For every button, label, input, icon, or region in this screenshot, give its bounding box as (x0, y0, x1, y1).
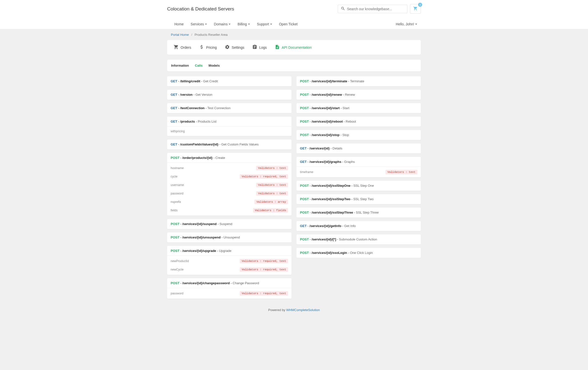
api-endpoint-header[interactable]: POST - /services/{id}/unsuspend - Unsusp… (167, 232, 292, 242)
api-params: timeframeValidators : text (296, 167, 421, 177)
api-endpoint-header[interactable]: POST - /services/{id}/ssoLogin - One Cli… (296, 248, 421, 258)
api-endpoint: POST - /services/{id}/ssoLogin - One Cli… (296, 248, 421, 258)
api-endpoint: GET - /services/{id}/getInfo - Get Info (296, 221, 421, 231)
api-method: POST (171, 222, 179, 226)
api-column-left: GET - /billing/credit - Get CreditGET - … (167, 76, 292, 299)
api-description: Get Version (196, 93, 212, 96)
api-method: GET (300, 146, 307, 150)
validator-chip: Validators : required, text (240, 291, 288, 296)
subtab-calls[interactable]: Calls (195, 64, 203, 67)
tab-pricing[interactable]: Pricing (195, 43, 221, 52)
api-method: POST (300, 237, 309, 241)
search-input[interactable] (338, 5, 407, 13)
api-endpoint: POST - /order/products/{id} - Createhost… (167, 153, 292, 216)
api-endpoint-header[interactable]: POST - /order/products/{id} - Create (167, 153, 292, 163)
api-path: /services/{id}/terminate (312, 79, 347, 83)
tab-logs[interactable]: Logs (248, 43, 271, 52)
validator-chip: Validators : array (254, 200, 288, 204)
api-endpoint-header[interactable]: POST - /services/{id}/sslStepTwo - SSL S… (296, 194, 421, 204)
breadcrumb-bar: Portal Home / Products Reseller Area (0, 29, 588, 40)
tabs-bar: OrdersPricingSettingsLogsAPI Documentati… (167, 40, 421, 55)
api-endpoint-header[interactable]: POST - /services/{id}/suspend - Suspend (167, 219, 292, 229)
api-param-row: withpricing (167, 128, 292, 135)
api-method: POST (300, 251, 309, 255)
api-method: POST (171, 281, 179, 285)
tab-orders[interactable]: Orders (170, 43, 195, 52)
tab-label: API Documentation (282, 46, 312, 49)
subtab-information[interactable]: Information (171, 64, 189, 67)
api-endpoint-header[interactable]: POST - /services/{id}/sslStepThree - SSL… (296, 208, 421, 218)
greeting-text: Hello, John! (396, 22, 414, 26)
nav-item-services[interactable]: Services (187, 19, 210, 29)
api-description: Submodule Custom Action (339, 237, 377, 241)
param-name: password (171, 192, 183, 195)
breadcrumb-current: Products Reseller Area (195, 33, 228, 37)
main-nav: HomeServicesDomainsBillingSupportOpen Ti… (0, 19, 588, 29)
api-path: /services/{id}/sslStepOne (312, 184, 350, 187)
nav-item-billing[interactable]: Billing (234, 19, 253, 29)
doc-icon (275, 45, 280, 50)
api-endpoint-header[interactable]: GET - /services/{id}/getInfo - Get Info (296, 221, 421, 231)
api-description: SSL Step One (353, 184, 374, 187)
api-endpoint: POST - /services/{id}/renew - Renew (296, 90, 421, 100)
api-endpoint-header[interactable]: POST - /services/{id}/upgrade - Upgrade (167, 246, 292, 256)
api-endpoint: POST - /services/{id}/sslStepThree - SSL… (296, 208, 421, 218)
subtab-models[interactable]: Models (209, 64, 220, 67)
api-endpoint-header[interactable]: POST - /services/{id}/sslStepOne - SSL S… (296, 181, 421, 191)
nav-item-support[interactable]: Support (253, 19, 276, 29)
footer-link[interactable]: WHMCompleteSolution (286, 308, 320, 312)
sub-tabs: InformationCallsModels (167, 60, 421, 71)
nav-item-domains[interactable]: Domains (210, 19, 234, 29)
api-endpoint-header[interactable]: GET - /billing/credit - Get Credit (167, 76, 292, 86)
api-description: Get Credit (203, 79, 218, 83)
api-endpoint-header[interactable]: POST - /services/{id}/reboot - Reboot (296, 117, 421, 127)
api-endpoint: GET - /billing/credit - Get Credit (167, 76, 292, 86)
user-greeting[interactable]: Hello, John! (396, 19, 417, 29)
api-path: /services/{id}/sslStepThree (312, 211, 353, 214)
cart-button[interactable]: 0 (410, 4, 421, 14)
api-param-row: nsprefixValidators : array (167, 198, 292, 206)
api-endpoint-header[interactable]: POST - /services/{id}/terminate - Termin… (296, 76, 421, 86)
api-param-row: newCycleValidators : required, text (167, 265, 292, 274)
validator-chip: Validators : text (256, 183, 288, 187)
api-path: /services/{id} (309, 146, 330, 150)
tab-api-documentation[interactable]: API Documentation (271, 43, 316, 52)
api-endpoint-header[interactable]: GET - /testConnection - Test Connection (167, 103, 292, 113)
nav-label: Billing (238, 22, 247, 26)
api-endpoint: GET - /testConnection - Test Connection (167, 103, 292, 113)
api-endpoint-header[interactable]: POST - /services/{id}/stop - Stop (296, 130, 421, 140)
nav-item-home[interactable]: Home (171, 19, 187, 29)
api-endpoint-header[interactable]: GET - /customFieldsValues/{id} - Get Cus… (167, 139, 292, 149)
api-description: Renew (345, 93, 355, 96)
search-icon (341, 6, 345, 11)
param-name: fields (171, 209, 178, 212)
cart-icon (413, 8, 418, 11)
api-endpoint-header[interactable]: GET - /version - Get Version (167, 90, 292, 100)
tab-settings[interactable]: Settings (221, 43, 248, 52)
api-endpoint-header[interactable]: POST - /services/{id}/start - Start (296, 103, 421, 113)
api-param-row: newProductIdValidators : required, text (167, 257, 292, 265)
api-endpoint-header[interactable]: POST - /services/{id}/renew - Renew (296, 90, 421, 100)
api-method: POST (300, 79, 309, 83)
api-method: GET (171, 93, 177, 96)
api-description: Test Connection (207, 106, 231, 110)
breadcrumb-home[interactable]: Portal Home (171, 33, 189, 37)
api-description: Get Custom Fields Values (221, 142, 259, 146)
api-endpoint-header[interactable]: GET - /services/{id} - Details (296, 143, 421, 153)
api-method: POST (300, 184, 309, 187)
nav-item-open-ticket[interactable]: Open Ticket (276, 19, 301, 29)
api-method: POST (300, 197, 309, 201)
api-param-row: hostnameValidators : text (167, 164, 292, 172)
api-param-row: fieldsValidators : fields (167, 206, 292, 215)
dollar-icon (199, 45, 204, 50)
api-endpoint-header[interactable]: GET - /products - Products List (167, 117, 292, 127)
api-endpoint-header[interactable]: POST - /services/{id}/[*] - Submodule Cu… (296, 234, 421, 244)
api-endpoint-header[interactable]: GET - /services/{id}/graphs - Graphs (296, 157, 421, 167)
api-description: Start (343, 106, 349, 110)
api-method: POST (300, 120, 309, 123)
api-method: POST (171, 249, 179, 253)
api-endpoint-header[interactable]: POST - /services/{id}/changepassword - C… (167, 278, 292, 288)
api-column-right: POST - /services/{id}/terminate - Termin… (296, 76, 421, 258)
api-endpoint: POST - /services/{id}/reboot - Reboot (296, 117, 421, 127)
breadcrumb-separator: / (191, 33, 192, 37)
